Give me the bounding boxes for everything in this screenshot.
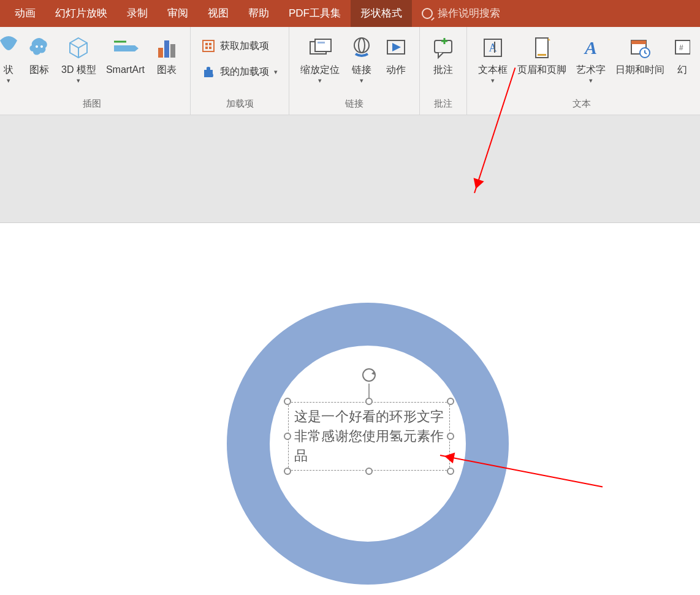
svg-rect-13 bbox=[318, 42, 325, 44]
tab-slideshow[interactable]: 幻灯片放映 bbox=[45, 0, 117, 27]
group-links-label: 链接 bbox=[295, 96, 413, 113]
tab-review[interactable]: 审阅 bbox=[158, 0, 198, 27]
link-button[interactable]: 链接 ▾ bbox=[344, 31, 379, 85]
tab-view[interactable]: 视图 bbox=[198, 0, 238, 27]
resize-handle-bl[interactable] bbox=[284, 468, 291, 475]
tell-me-search[interactable]: 操作说明搜索 bbox=[412, 0, 510, 27]
resize-handle-tl[interactable] bbox=[284, 398, 291, 405]
my-addins-button[interactable]: 我的加载项 ▾ bbox=[197, 63, 283, 81]
comment-label: 批注 bbox=[433, 64, 453, 75]
zoom-button[interactable]: 缩放定位 ▾ bbox=[295, 31, 344, 85]
svg-text:A: A bbox=[584, 37, 597, 58]
icons-button[interactable]: 图标 bbox=[22, 31, 56, 75]
puzzle-icon bbox=[202, 65, 215, 78]
group-addins-label: 加载项 bbox=[197, 96, 283, 113]
rotate-stem bbox=[368, 384, 370, 398]
tell-me-label: 操作说明搜索 bbox=[438, 0, 500, 27]
textbox-content[interactable]: 这是一个好看的环形文字非常感谢您使用氢元素作品 bbox=[294, 407, 444, 466]
slidenumber-label: 幻 bbox=[677, 64, 687, 75]
svg-point-1 bbox=[40, 45, 43, 48]
datetime-button[interactable]: 日期和时间 bbox=[611, 31, 669, 75]
wordart-button[interactable]: A 艺术字 ▾ bbox=[571, 31, 611, 85]
slidenumber-icon: # bbox=[674, 33, 690, 63]
tab-shape-format[interactable]: 形状格式 bbox=[351, 0, 412, 27]
chart-button[interactable]: 图表 bbox=[150, 31, 184, 75]
svg-point-15 bbox=[359, 38, 365, 53]
group-addins: 获取加载项 我的加载项 ▾ 加载项 bbox=[191, 27, 289, 115]
chart-label: 图表 bbox=[157, 64, 177, 75]
resize-handle-ml[interactable] bbox=[284, 433, 291, 440]
svg-rect-21 bbox=[538, 54, 546, 56]
comment-icon bbox=[431, 33, 455, 63]
textbox-icon: A bbox=[481, 33, 505, 63]
resize-handle-bm[interactable] bbox=[365, 468, 373, 475]
chart-icon bbox=[154, 33, 179, 63]
svg-text:#: # bbox=[679, 44, 683, 52]
cube-icon bbox=[66, 33, 91, 63]
secondary-panel bbox=[0, 115, 700, 223]
svg-point-0 bbox=[36, 45, 38, 48]
svg-rect-24 bbox=[631, 40, 646, 44]
chevron-down-icon: ▾ bbox=[274, 68, 278, 76]
resize-handle-br[interactable] bbox=[447, 468, 454, 475]
svg-rect-3 bbox=[158, 48, 163, 58]
svg-rect-20 bbox=[494, 42, 495, 53]
svg-rect-2 bbox=[114, 45, 135, 51]
headerfooter-icon bbox=[530, 33, 554, 63]
get-addins-label: 获取加载项 bbox=[220, 40, 269, 51]
textbox-button[interactable]: A 文本框 ▾ bbox=[473, 31, 512, 85]
svg-rect-5 bbox=[170, 44, 175, 58]
smartart-icon bbox=[112, 33, 139, 63]
3dmodel-label: 3D 模型 bbox=[61, 64, 96, 75]
tab-pdftools[interactable]: PDF工具集 bbox=[279, 0, 351, 27]
zoom-icon bbox=[306, 33, 333, 63]
shapes-label: 状 bbox=[4, 64, 13, 75]
my-addins-label: 我的加载项 bbox=[220, 66, 269, 77]
textbox-label: 文本框 bbox=[478, 64, 508, 75]
action-button[interactable]: 动作 bbox=[379, 31, 413, 75]
svg-rect-8 bbox=[209, 43, 211, 45]
svg-text:A: A bbox=[489, 42, 497, 54]
group-illustrations-label: 插图 bbox=[0, 96, 184, 113]
headerfooter-label: 页眉和页脚 bbox=[517, 64, 566, 75]
wordart-icon: A bbox=[579, 33, 603, 63]
smartart-label: SmartArt bbox=[106, 64, 145, 75]
rotate-handle[interactable] bbox=[360, 366, 378, 384]
slide-canvas[interactable]: 这是一个好看的环形文字非常感谢您使用氢元素作品 bbox=[0, 223, 700, 595]
ribbon: 状 ▾ 图标 3D 模型 ▾ SmartArt bbox=[0, 27, 700, 115]
group-text: A 文本框 ▾ 页眉和页脚 A 艺术字 ▾ bbox=[467, 27, 696, 115]
group-illustrations: 状 ▾ 图标 3D 模型 ▾ SmartArt bbox=[0, 27, 191, 115]
comment-button[interactable]: 批注 bbox=[426, 31, 460, 75]
resize-handle-tr[interactable] bbox=[447, 398, 454, 405]
tab-animation[interactable]: 动画 bbox=[5, 0, 45, 27]
wordart-label: 艺术字 bbox=[576, 64, 606, 75]
chevron-down-icon: ▾ bbox=[589, 77, 593, 85]
action-icon bbox=[384, 33, 408, 63]
resize-handle-tm[interactable] bbox=[365, 398, 373, 405]
headerfooter-button[interactable]: 页眉和页脚 bbox=[512, 31, 571, 75]
chevron-down-icon: ▾ bbox=[360, 77, 363, 85]
smartart-button[interactable]: SmartArt bbox=[101, 31, 150, 75]
tab-record[interactable]: 录制 bbox=[117, 0, 158, 27]
get-addins-button[interactable]: 获取加载项 bbox=[197, 37, 283, 55]
svg-rect-6 bbox=[203, 40, 214, 51]
shapes-icon bbox=[0, 33, 17, 63]
textbox-selection[interactable]: 这是一个好看的环形文字非常感谢您使用氢元素作品 bbox=[288, 402, 450, 471]
svg-rect-9 bbox=[205, 47, 208, 49]
datetime-icon bbox=[628, 33, 652, 63]
link-label: 链接 bbox=[352, 64, 371, 75]
lightbulb-icon bbox=[422, 8, 433, 19]
3dmodel-button[interactable]: 3D 模型 ▾ bbox=[56, 31, 101, 85]
svg-point-28 bbox=[363, 369, 375, 381]
action-label: 动作 bbox=[386, 64, 406, 75]
shapes-button[interactable]: 状 ▾ bbox=[0, 31, 22, 85]
slidenumber-button[interactable]: # 幻 bbox=[669, 31, 690, 75]
zoom-label: 缩放定位 bbox=[300, 64, 340, 75]
resize-handle-mr[interactable] bbox=[447, 433, 454, 440]
chevron-down-icon: ▾ bbox=[491, 77, 495, 85]
chevron-down-icon: ▾ bbox=[7, 77, 10, 85]
store-icon bbox=[202, 39, 215, 53]
chevron-down-icon: ▾ bbox=[318, 77, 322, 85]
svg-point-14 bbox=[354, 38, 369, 53]
tab-help[interactable]: 帮助 bbox=[238, 0, 279, 27]
